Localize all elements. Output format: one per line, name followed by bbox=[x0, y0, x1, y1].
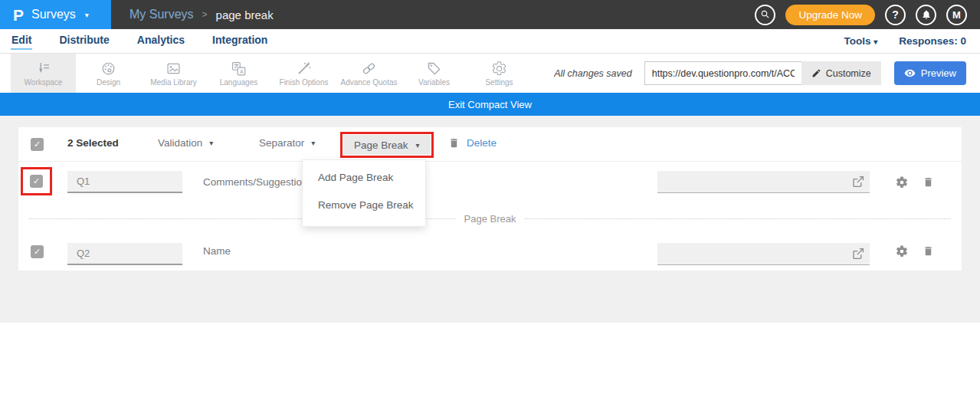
toolbar-item-media-library[interactable]: Media Library bbox=[141, 54, 206, 93]
magic-wand-icon bbox=[296, 61, 312, 77]
image-icon bbox=[166, 61, 182, 77]
check-icon: ✓ bbox=[34, 139, 41, 149]
divider-line bbox=[525, 218, 951, 219]
product-name: Surveys bbox=[31, 8, 76, 21]
topbar-actions: Upgrade Now ? M bbox=[755, 5, 980, 25]
user-avatar[interactable]: M bbox=[946, 5, 967, 25]
question-list-card: ✓ 2 Selected Validation▾ Separator▾ Page… bbox=[18, 127, 962, 271]
question-q2-answer-field bbox=[657, 243, 870, 265]
responses-count[interactable]: Responses: 0 bbox=[899, 35, 966, 47]
help-icon[interactable]: ? bbox=[885, 5, 906, 25]
nav-right: Tools ▾ Responses: 0 bbox=[844, 35, 966, 47]
question-delete-trash-icon[interactable] bbox=[923, 244, 934, 258]
tab-analytics[interactable]: Analytics bbox=[136, 32, 185, 50]
page-break-divider-label: Page Break bbox=[464, 213, 516, 225]
preview-button[interactable]: Preview bbox=[894, 61, 966, 85]
tools-dropdown[interactable]: Tools ▾ bbox=[844, 35, 877, 47]
chevron-down-icon: ▾ bbox=[85, 11, 89, 19]
question-q1-checkbox[interactable]: ✓ bbox=[30, 175, 43, 188]
ribbon-right: All changes saved Customize Preview bbox=[554, 61, 980, 85]
customize-url-button[interactable]: Customize bbox=[801, 61, 881, 85]
validation-dropdown[interactable]: Validation▾ bbox=[158, 137, 213, 149]
external-link-icon[interactable] bbox=[851, 247, 865, 261]
select-all-checkbox[interactable]: ✓ bbox=[31, 138, 44, 151]
menu-item-remove-page-break[interactable]: Remove Page Break bbox=[303, 192, 425, 219]
chevron-down-icon: ▾ bbox=[416, 141, 420, 149]
bulk-selection-toolbar: ✓ 2 Selected Validation▾ Separator▾ Page… bbox=[18, 127, 962, 162]
question-row-q1: ✓ Comments/Suggestions: bbox=[18, 162, 962, 203]
question-q2-checkbox[interactable]: ✓ bbox=[31, 245, 44, 258]
page-break-dropdown[interactable]: Page Break▾ bbox=[343, 135, 431, 155]
empty-footer bbox=[0, 323, 980, 397]
upgrade-now-button[interactable]: Upgrade Now bbox=[785, 5, 875, 25]
annotation-box: ✓ bbox=[21, 167, 52, 195]
tab-edit[interactable]: Edit bbox=[11, 32, 32, 50]
question-q1-text: Comments/Suggestions: bbox=[203, 176, 316, 188]
chevron-down-icon: ▾ bbox=[873, 38, 877, 46]
palette-icon bbox=[100, 61, 116, 77]
tab-distribute[interactable]: Distribute bbox=[58, 32, 110, 50]
question-settings-gear-icon[interactable] bbox=[895, 176, 909, 189]
gear-icon bbox=[491, 61, 507, 77]
svg-text:A: A bbox=[240, 68, 244, 74]
toolbar-item-workspace[interactable]: Workspace bbox=[11, 54, 76, 93]
question-delete-trash-icon[interactable] bbox=[923, 176, 934, 189]
editor-toolbar: Workspace Design Media Library A Languag… bbox=[0, 54, 980, 93]
breadcrumb: My Surveys > page break bbox=[129, 8, 274, 21]
notifications-bell-icon[interactable] bbox=[916, 5, 936, 25]
top-bar: P Surveys ▾ My Surveys > page break Upgr… bbox=[0, 0, 980, 29]
tab-integration[interactable]: Integration bbox=[211, 32, 268, 50]
eye-icon bbox=[904, 67, 916, 79]
workspace-pen-icon bbox=[35, 61, 51, 77]
trash-icon bbox=[448, 136, 460, 149]
breadcrumb-my-surveys[interactable]: My Surveys bbox=[129, 8, 194, 21]
toolbar-item-languages[interactable]: A Languages bbox=[206, 54, 271, 93]
chevron-down-icon: ▾ bbox=[209, 139, 213, 147]
toolbar-item-advance-quotas[interactable]: Advance Quotas bbox=[336, 54, 402, 93]
delete-selected-button[interactable]: Delete bbox=[448, 136, 497, 149]
question-q1-answer-input[interactable] bbox=[657, 171, 870, 192]
menu-item-add-page-break[interactable]: Add Page Break bbox=[303, 164, 425, 192]
external-link-icon[interactable] bbox=[851, 175, 865, 189]
question-q1-answer-field bbox=[657, 171, 870, 193]
selected-count-label: 2 Selected bbox=[67, 137, 119, 149]
page-break-divider: Page Break bbox=[18, 203, 962, 234]
breadcrumb-current-survey: page break bbox=[216, 8, 274, 21]
autosave-status: All changes saved bbox=[554, 68, 631, 79]
translate-icon: A bbox=[231, 61, 247, 77]
check-icon: ✓ bbox=[34, 247, 41, 257]
chain-link-icon bbox=[361, 61, 377, 77]
survey-url-group: Customize bbox=[644, 61, 881, 85]
question-q2-text: Name bbox=[203, 245, 231, 257]
question-q1-code-input[interactable] bbox=[67, 171, 182, 193]
toolbar-item-design[interactable]: Design bbox=[76, 54, 141, 93]
check-icon: ✓ bbox=[33, 176, 40, 186]
question-row-q2: ✓ Name bbox=[18, 234, 962, 270]
exit-compact-view-banner[interactable]: Exit Compact View bbox=[0, 93, 980, 116]
workspace-content: ✓ 2 Selected Validation▾ Separator▾ Page… bbox=[0, 116, 980, 323]
question-settings-gear-icon[interactable] bbox=[895, 244, 909, 258]
tag-icon bbox=[426, 61, 442, 77]
question-q2-code-input[interactable] bbox=[67, 243, 182, 265]
separator-dropdown[interactable]: Separator▾ bbox=[259, 137, 315, 149]
toolbar-item-variables[interactable]: Variables bbox=[402, 54, 467, 93]
toolbar-item-settings[interactable]: Settings bbox=[467, 54, 532, 93]
chevron-right-icon: > bbox=[202, 9, 208, 20]
pencil-icon bbox=[811, 68, 821, 78]
surveys-product-menu[interactable]: P Surveys ▾ bbox=[0, 0, 111, 29]
chevron-down-icon: ▾ bbox=[311, 139, 315, 147]
questionpro-logo-icon: P bbox=[13, 7, 24, 23]
toolbar-item-finish-options[interactable]: Finish Options bbox=[271, 54, 336, 93]
survey-nav-tabs: Edit Distribute Analytics Integration To… bbox=[0, 29, 980, 54]
question-q2-answer-input[interactable] bbox=[657, 243, 870, 264]
survey-url-input[interactable] bbox=[644, 61, 801, 85]
search-icon[interactable] bbox=[755, 5, 775, 25]
page-break-menu: Add Page Break Remove Page Break bbox=[302, 159, 426, 227]
